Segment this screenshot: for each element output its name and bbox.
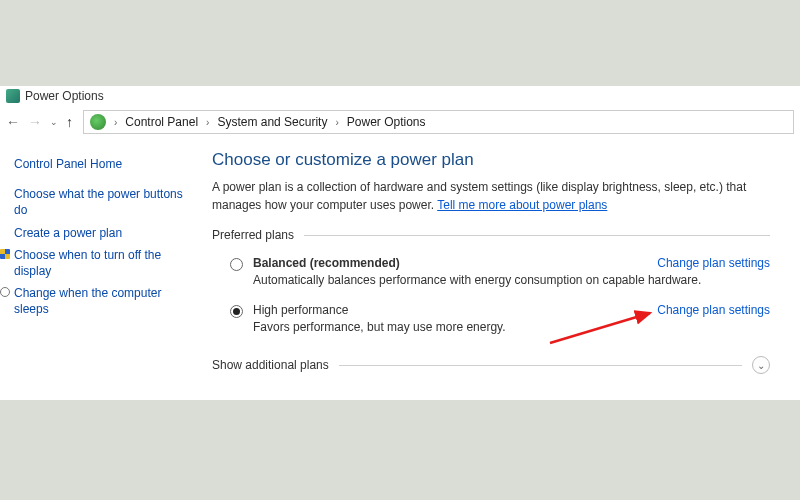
learn-more-link[interactable]: Tell me more about power plans [437,198,607,212]
clock-icon [0,287,10,297]
shield-icon [0,249,10,259]
chevron-right-icon: › [114,117,117,128]
control-panel-home-link[interactable]: Control Panel Home [14,156,194,172]
chevron-right-icon: › [206,117,209,128]
nav-arrows: ← → ⌄ ↑ [6,114,73,130]
plan-high-performance: High performance Change plan settings Fa… [212,299,770,346]
breadcrumb-item[interactable]: Power Options [347,115,426,129]
forward-button[interactable]: → [28,114,42,130]
intro-text: A power plan is a collection of hardware… [212,178,770,214]
plan-balanced: Balanced (recommended) Change plan setti… [212,252,770,299]
breadcrumb-item[interactable]: Control Panel [125,115,198,129]
radio-balanced[interactable] [230,258,243,271]
sidebar: Control Panel Home Choose what the power… [14,150,204,398]
change-plan-settings-link[interactable]: Change plan settings [657,303,770,317]
window-title: Power Options [25,89,104,103]
address-bar[interactable]: › Control Panel › System and Security › … [83,110,794,134]
plan-name[interactable]: Balanced (recommended) [253,256,400,270]
change-plan-settings-link[interactable]: Change plan settings [657,256,770,270]
sidebar-link-create-plan[interactable]: Create a power plan [14,225,194,241]
back-button[interactable]: ← [6,114,20,130]
page-heading: Choose or customize a power plan [212,150,770,170]
main-panel: Choose or customize a power plan A power… [204,150,800,398]
navbar: ← → ⌄ ↑ › Control Panel › System and Sec… [0,106,800,138]
up-button[interactable]: ↑ [66,114,73,130]
sidebar-link-turn-off-display[interactable]: Choose when to turn off the display [14,247,194,279]
chevron-down-icon[interactable]: ⌄ [752,356,770,374]
power-options-window: Power Options ← → ⌄ ↑ › Control Panel › … [0,86,800,400]
breadcrumb-item[interactable]: System and Security [217,115,327,129]
radio-high-performance[interactable] [230,305,243,318]
titlebar: Power Options [0,86,800,106]
show-additional-plans[interactable]: Show additional plans ⌄ [212,356,770,374]
sidebar-link-power-buttons[interactable]: Choose what the power buttons do [14,186,194,218]
recent-dropdown-icon[interactable]: ⌄ [50,117,58,127]
preferred-plans-label: Preferred plans [212,228,770,242]
divider [304,235,770,236]
plan-description: Automatically balances performance with … [253,273,770,287]
sidebar-link-computer-sleeps[interactable]: Change when the computer sleeps [14,285,194,317]
content-area: Control Panel Home Choose what the power… [0,138,800,398]
divider [339,365,742,366]
control-panel-icon [90,114,106,130]
plan-name[interactable]: High performance [253,303,348,317]
plan-description: Favors performance, but may use more ene… [253,320,770,334]
battery-icon [6,89,20,103]
chevron-right-icon: › [335,117,338,128]
